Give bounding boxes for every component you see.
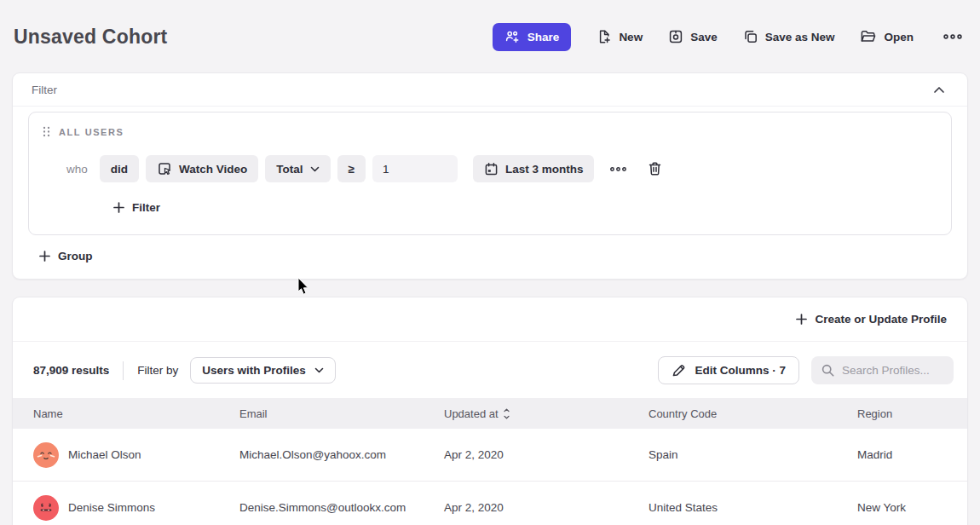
create-profile-row: Create or Update Profile <box>13 297 967 342</box>
profile-updated-at: Apr 2, 2020 <box>444 501 649 514</box>
filter-panel: Filter ALL USERS who <box>12 72 968 280</box>
add-group-label: Group <box>58 250 93 262</box>
filter-panel-header: Filter <box>13 73 967 107</box>
plus-icon <box>796 314 807 325</box>
add-filter-label: Filter <box>132 201 160 214</box>
results-toolbar: 87,909 results Filter by Users with Prof… <box>13 342 967 398</box>
filter-panel-body: ALL USERS who did Watch Video <box>13 107 967 279</box>
share-people-icon <box>504 30 521 44</box>
share-button[interactable]: Share <box>493 23 572 51</box>
column-header-email[interactable]: Email <box>239 407 444 420</box>
vertical-divider <box>123 361 124 380</box>
profile-name[interactable]: Denise Simmons <box>68 501 155 514</box>
table-row[interactable]: Denise Simmons Denise.Simmons@outlookx.c… <box>13 482 967 525</box>
threshold-value-input[interactable] <box>372 155 458 182</box>
create-or-update-profile-label: Create or Update Profile <box>815 313 947 326</box>
new-document-icon <box>597 29 612 44</box>
chevron-down-icon <box>310 166 320 172</box>
group-label: ALL USERS <box>59 127 124 137</box>
clause-more-button[interactable] <box>606 162 631 176</box>
did-selector[interactable]: did <box>100 155 139 182</box>
search-profiles-box[interactable] <box>811 356 954 384</box>
group-header: ALL USERS <box>43 126 937 137</box>
chevron-down-icon <box>314 367 324 373</box>
aggregation-value: Total <box>276 163 303 176</box>
gte-operator: ≥ <box>349 163 355 176</box>
plus-icon <box>39 251 50 262</box>
event-icon <box>157 161 172 176</box>
column-header-updated-at[interactable]: Updated at <box>444 407 649 420</box>
drag-handle-icon[interactable] <box>43 126 50 137</box>
more-options-button[interactable] <box>939 29 966 44</box>
results-right: Edit Columns · 7 <box>658 356 954 384</box>
save-button[interactable]: Save <box>668 29 718 44</box>
profile-country-code: United States <box>649 501 857 514</box>
share-label: Share <box>527 31 560 43</box>
operator-selector[interactable]: ≥ <box>337 155 366 182</box>
save-as-new-label: Save as New <box>765 31 835 43</box>
ellipsis-icon <box>943 32 963 41</box>
profile-region: Madrid <box>857 448 967 461</box>
copy-icon <box>743 29 758 44</box>
cohort-group-card: ALL USERS who did Watch Video <box>28 112 952 235</box>
profile-updated-at: Apr 2, 2020 <box>444 448 649 461</box>
event-selector[interactable]: Watch Video <box>146 155 258 182</box>
who-label: who <box>66 163 88 176</box>
filter-panel-title: Filter <box>32 84 57 96</box>
profile-region: New York <box>857 501 967 514</box>
profiles-panel: Create or Update Profile 87,909 results … <box>12 297 968 525</box>
new-label: New <box>619 31 643 43</box>
save-as-new-button[interactable]: Save as New <box>743 29 835 44</box>
sort-icon[interactable] <box>503 408 510 419</box>
delete-clause-button[interactable] <box>644 158 666 180</box>
profile-email: Denise.Simmons@outlookx.com <box>239 501 444 514</box>
search-profiles-input[interactable] <box>842 364 944 377</box>
plus-icon <box>113 202 124 213</box>
save-label: Save <box>690 31 718 43</box>
profile-name-cell: Denise Simmons <box>33 495 239 521</box>
avatar <box>33 495 59 521</box>
column-header-country-code[interactable]: Country Code <box>649 407 857 420</box>
results-count: 87,909 results <box>33 364 109 377</box>
search-icon <box>821 363 835 378</box>
add-group-button[interactable]: Group <box>39 250 93 262</box>
table-header: Name Email Updated at Country Code Regio… <box>13 398 967 429</box>
header: Unsaved Cohort Share <box>0 0 980 60</box>
mouse-cursor <box>297 278 310 296</box>
table-row[interactable]: Michael Olson Michael.Olson@yahoox.com A… <box>13 429 967 482</box>
collapse-filter-button[interactable] <box>930 83 948 97</box>
open-label: Open <box>884 31 914 43</box>
profile-name-cell: Michael Olson <box>33 442 239 468</box>
open-button[interactable]: Open <box>860 29 914 44</box>
add-filter-button[interactable]: Filter <box>113 201 160 214</box>
create-or-update-profile-button[interactable]: Create or Update Profile <box>796 313 947 326</box>
avatar <box>33 442 59 468</box>
did-label: did <box>111 163 128 176</box>
page-title: Unsaved Cohort <box>14 26 167 49</box>
column-header-name[interactable]: Name <box>33 407 239 420</box>
date-range-selector[interactable]: Last 3 months <box>473 155 595 182</box>
event-name: Watch Video <box>179 163 247 176</box>
date-range-value: Last 3 months <box>505 163 584 176</box>
profiles-filter-value: Users with Profiles <box>202 364 306 377</box>
calendar-icon <box>484 162 499 176</box>
edit-columns-button[interactable]: Edit Columns · 7 <box>658 356 799 384</box>
ellipsis-icon <box>609 165 627 173</box>
results-left: 87,909 results Filter by Users with Prof… <box>33 357 336 384</box>
trash-icon <box>648 161 662 176</box>
edit-columns-label: Edit Columns · 7 <box>695 364 786 377</box>
pencil-icon <box>672 363 686 378</box>
profile-email: Michael.Olson@yahoox.com <box>239 448 444 461</box>
folder-open-icon <box>860 29 877 44</box>
toolbar: Share New Save <box>493 23 966 51</box>
chevron-up-icon <box>933 86 945 94</box>
profile-country-code: Spain <box>649 448 857 461</box>
profiles-filter-dropdown[interactable]: Users with Profiles <box>190 357 336 384</box>
aggregation-dropdown[interactable]: Total <box>265 155 330 182</box>
filter-by-label: Filter by <box>137 364 178 377</box>
column-header-region[interactable]: Region <box>857 407 967 420</box>
filter-clause-row: who did Watch Video Total <box>43 155 937 182</box>
new-button[interactable]: New <box>597 29 643 44</box>
profile-name[interactable]: Michael Olson <box>68 448 141 461</box>
save-icon <box>668 29 683 44</box>
